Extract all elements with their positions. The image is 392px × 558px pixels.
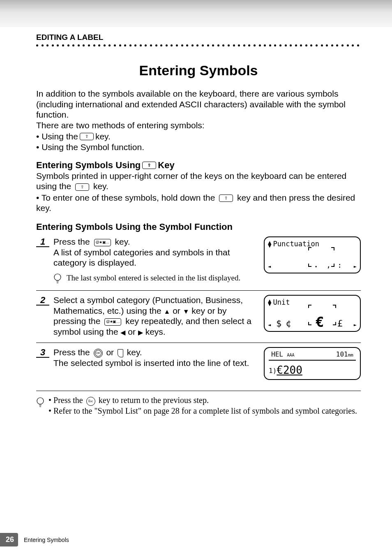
step-1-num: 1 [36, 236, 49, 247]
bulb-icon [53, 273, 62, 285]
intro-p1: In addition to the symbols available on … [36, 88, 361, 120]
separator-dots [36, 44, 361, 49]
intro-b2: • Using the Symbol function. [36, 142, 144, 153]
intro-text: In addition to the symbols available on … [36, 88, 361, 153]
screen3-len: 101 [336, 350, 348, 358]
updown-icon: ▲▼ [268, 241, 271, 248]
s1-a: Press the [53, 237, 92, 246]
tip1-b: key to return to the previous step. [99, 396, 209, 405]
s3-c: key. [127, 347, 142, 357]
screen1-title: Punctuation [273, 240, 319, 248]
intro-p2: There are two methods of entering symbol… [36, 120, 361, 131]
s3-b: or [106, 347, 116, 357]
sym-dot: . [313, 259, 319, 269]
down-arrow-icon: ▼ [183, 308, 189, 315]
step-3-num: 3 [36, 347, 49, 358]
left-arrow-icon: ◄ [268, 322, 271, 328]
screen3-hel: HEL [271, 350, 283, 358]
step-2-num: 2 [36, 295, 49, 306]
screen3-text: €200 [277, 364, 302, 376]
updown-icon: ▲▼ [268, 299, 271, 306]
section-label: EDITING A LABEL [36, 33, 361, 42]
screen3-mm: mm [348, 352, 353, 358]
symbol-key-icon: @★▣… [104, 318, 121, 326]
shift-key-icon: ⇧ [75, 183, 89, 191]
sub1-bullet-a: • To enter one of these symbols, hold do… [36, 193, 217, 202]
subheading-symbol-fn: Entering Symbols Using the Symbol Functi… [36, 222, 361, 232]
intro-b1b: key. [95, 131, 111, 142]
ok-key-icon: OK [94, 349, 103, 358]
sym-cent: ¢ [286, 318, 291, 329]
symbol-key-icon: @★▣… [94, 239, 111, 246]
esc-key-icon: Esc [86, 397, 95, 406]
sym-dollar: $ [276, 318, 281, 329]
sym-pound: £ [337, 318, 343, 329]
screen2-title: Unit [273, 298, 290, 306]
s3-a: Press the [53, 347, 92, 357]
tips-block: • Press the Esc key to return to the pre… [36, 391, 361, 416]
lcd-screen-2: ▲▼Unit ◄ $ ¢ € £ ► [264, 295, 361, 332]
step-2: 2 Select a symbol category (Punctuation,… [36, 291, 361, 343]
shift-key-icon: ⇧ [219, 194, 233, 202]
lcd-screen-3: HEL AAA 101mm 1)€200 [264, 347, 361, 380]
lcd-screen-1: ▲▼Punctuation ◄ . , : ► [264, 236, 361, 273]
s2-b: or [173, 306, 183, 315]
step-1: 1 Press the @★▣… key. A list of symbol c… [36, 232, 361, 291]
tip2: • Refer to the "Symbol List" on page 28 … [48, 406, 357, 416]
s1-c: A list of symbol categories and symbols … [53, 248, 230, 268]
sub1-title-a: Entering Symbols Using [36, 160, 141, 171]
intro-b1a: • Using the [36, 131, 78, 142]
s2-e: or [128, 327, 138, 336]
left-arrow-icon: ◄ [268, 264, 271, 269]
shift-key-icon: ⇧ [142, 162, 156, 169]
svg-point-1 [37, 398, 44, 404]
tip1-a: • Press the [48, 396, 85, 405]
s1-hint: The last symbol entered is selected in t… [67, 273, 240, 283]
left-arrow-icon: ◀ [120, 329, 125, 336]
header-band [0, 0, 392, 27]
right-arrow-icon: ▶ [138, 329, 143, 336]
sym-comma: , [326, 261, 331, 269]
footer-text: Entering Symbols [24, 537, 69, 543]
sub1-line1b: key. [93, 181, 108, 191]
screen3-lineprefix: 1) [269, 367, 277, 375]
shift-key-icon: ⇧ [80, 133, 94, 140]
sub1-body: Symbols printed in upper-right corner of… [36, 171, 361, 213]
sub1-title-b: Key [158, 160, 174, 171]
s3-d: The selected symbol is inserted into the… [53, 358, 249, 368]
page-number: 26 [0, 533, 18, 546]
right-arrow-icon: ► [354, 264, 357, 269]
s2-f: keys. [145, 327, 166, 336]
page-title: Entering Symbols [36, 63, 361, 79]
enter-key-icon [118, 349, 123, 357]
s1-b: key. [115, 237, 130, 246]
svg-point-0 [54, 274, 61, 280]
up-arrow-icon: ▲ [164, 308, 170, 315]
footer: 26 Entering Symbols [0, 533, 69, 546]
right-arrow-icon: ► [354, 322, 357, 328]
bulb-icon [36, 397, 44, 408]
subheading-shift-key: Entering Symbols Using ⇧ Key [36, 160, 361, 171]
sym-euro: € [316, 314, 324, 330]
sym-colon: : [337, 261, 342, 269]
size-aaa-icon: AAA [287, 353, 295, 357]
step-3: 3 Press the OK or key. The selected symb… [36, 343, 361, 389]
